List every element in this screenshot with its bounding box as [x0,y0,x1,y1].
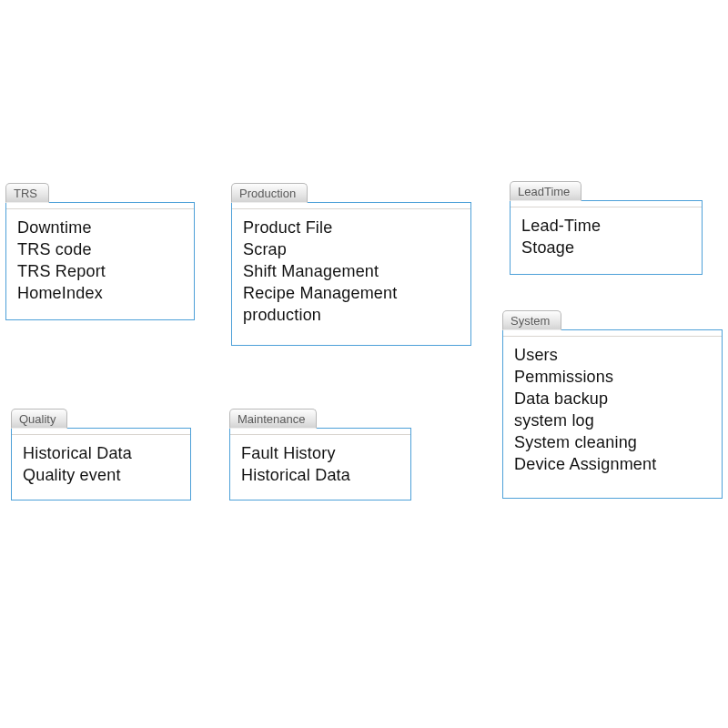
panel-leadtime: LeadTime Lead-Time Stoage [510,200,703,275]
panel-production-items: Product File Scrap Shift Management Reci… [232,209,470,335]
menu-item[interactable]: Recipe Management [243,282,461,304]
menu-item[interactable]: Users [514,344,713,366]
menu-item[interactable]: system log [514,410,713,431]
menu-item[interactable]: Historical Data [23,442,181,464]
menu-item[interactable]: Historical Data [241,464,401,486]
panel-maintenance-items: Fault History Historical Data [230,435,410,495]
menu-item[interactable]: Data backup [514,388,713,410]
tab-production[interactable]: Production [231,183,308,203]
menu-item[interactable]: TRS code [17,238,185,260]
panel-system: System Users Pemmissions Data backup sys… [502,329,723,499]
tab-leadtime[interactable]: LeadTime [510,181,581,201]
menu-item[interactable]: TRS Report [17,260,185,282]
menu-item[interactable]: production [243,304,461,326]
menu-item[interactable]: Downtime [17,217,185,238]
panel-leadtime-items: Lead-Time Stoage [511,207,702,268]
panel-quality-items: Historical Data Quality event [12,435,190,495]
tab-maintenance[interactable]: Maintenance [229,409,317,429]
menu-item[interactable]: Shift Management [243,260,461,282]
menu-item[interactable]: Device Assignment [514,453,713,475]
panel-trs-items: Downtime TRS code TRS Report HomeIndex [6,209,194,313]
panel-maintenance: Maintenance Fault History Historical Dat… [229,428,411,500]
menu-item[interactable]: System cleaning [514,431,713,453]
tab-trs[interactable]: TRS [5,183,49,203]
panel-system-items: Users Pemmissions Data backup system log… [503,337,722,484]
tab-quality[interactable]: Quality [11,409,67,429]
menu-item[interactable]: HomeIndex [17,282,185,304]
menu-item[interactable]: Stoage [521,237,693,258]
menu-item[interactable]: Fault History [241,442,401,464]
menu-item[interactable]: Lead-Time [521,215,693,237]
menu-item[interactable]: Product File [243,217,461,238]
panel-quality: Quality Historical Data Quality event [11,428,191,500]
panel-trs: TRS Downtime TRS code TRS Report HomeInd… [5,202,195,320]
panel-production: Production Product File Scrap Shift Mana… [231,202,471,346]
menu-item[interactable]: Quality event [23,464,181,486]
menu-item[interactable]: Scrap [243,238,461,260]
tab-system[interactable]: System [502,310,561,330]
menu-item[interactable]: Pemmissions [514,366,713,388]
